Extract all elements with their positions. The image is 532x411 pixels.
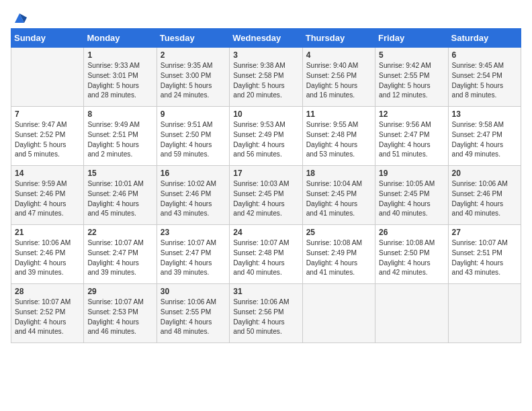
day-number: 18 xyxy=(306,169,371,178)
week-row-5: 28Sunrise: 10:07 AMSunset: 2:52 PMDaylig… xyxy=(11,284,521,343)
calendar-cell: 15Sunrise: 10:01 AMSunset: 2:46 PMDaylig… xyxy=(84,166,157,225)
day-info: Sunrise: 9:42 AMSunset: 2:55 PMDaylight:… xyxy=(379,61,444,101)
calendar-cell: 4Sunrise: 9:40 AMSunset: 2:56 PMDaylight… xyxy=(302,48,375,107)
calendar-cell: 5Sunrise: 9:42 AMSunset: 2:55 PMDaylight… xyxy=(375,48,448,107)
day-number: 3 xyxy=(233,50,298,60)
day-info: Sunrise: 9:55 AMSunset: 2:48 PMDaylight:… xyxy=(306,120,371,160)
day-info: Sunrise: 10:03 AMSunset: 2:45 PMDaylight… xyxy=(233,179,298,219)
day-info: Sunrise: 9:47 AMSunset: 2:52 PMDaylight:… xyxy=(15,120,80,160)
day-number: 6 xyxy=(452,50,517,60)
day-info: Sunrise: 9:49 AMSunset: 2:51 PMDaylight:… xyxy=(87,120,152,160)
day-info: Sunrise: 9:38 AMSunset: 2:58 PMDaylight:… xyxy=(233,61,298,101)
day-info: Sunrise: 10:02 AMSunset: 2:46 PMDaylight… xyxy=(161,179,226,219)
day-number: 10 xyxy=(233,109,298,119)
day-info: Sunrise: 10:06 AMSunset: 2:46 PMDaylight… xyxy=(15,238,80,278)
day-info: Sunrise: 10:07 AMSunset: 2:47 PMDaylight… xyxy=(87,238,152,278)
calendar-cell xyxy=(11,48,84,107)
day-info: Sunrise: 9:51 AMSunset: 2:50 PMDaylight:… xyxy=(161,120,226,160)
day-info: Sunrise: 9:33 AMSunset: 3:01 PMDaylight:… xyxy=(87,61,152,101)
calendar-cell: 13Sunrise: 9:58 AMSunset: 2:47 PMDayligh… xyxy=(448,107,521,166)
day-number: 11 xyxy=(306,109,371,119)
column-header-sunday: Sunday xyxy=(11,29,84,48)
column-header-thursday: Thursday xyxy=(302,29,375,48)
day-number: 7 xyxy=(15,109,80,119)
column-header-wednesday: Wednesday xyxy=(230,29,302,48)
calendar-cell: 23Sunrise: 10:07 AMSunset: 2:47 PMDaylig… xyxy=(157,225,229,284)
day-info: Sunrise: 10:05 AMSunset: 2:45 PMDaylight… xyxy=(379,179,444,219)
week-row-1: 1Sunrise: 9:33 AMSunset: 3:01 PMDaylight… xyxy=(11,48,521,107)
calendar-cell: 9Sunrise: 9:51 AMSunset: 2:50 PMDaylight… xyxy=(157,107,229,166)
calendar-cell: 27Sunrise: 10:07 AMSunset: 2:51 PMDaylig… xyxy=(448,225,521,284)
day-number: 28 xyxy=(15,287,80,296)
day-info: Sunrise: 10:08 AMSunset: 2:49 PMDaylight… xyxy=(306,238,371,278)
day-number: 4 xyxy=(306,50,371,60)
calendar-cell xyxy=(375,284,448,343)
calendar-cell: 11Sunrise: 9:55 AMSunset: 2:48 PMDayligh… xyxy=(302,107,375,166)
day-number: 21 xyxy=(15,228,80,237)
logo xyxy=(11,11,27,23)
calendar-cell: 7Sunrise: 9:47 AMSunset: 2:52 PMDaylight… xyxy=(11,107,84,166)
day-number: 30 xyxy=(161,287,226,296)
logo-icon xyxy=(12,11,27,26)
day-number: 8 xyxy=(87,109,152,119)
calendar-cell: 10Sunrise: 9:53 AMSunset: 2:49 PMDayligh… xyxy=(230,107,302,166)
column-header-monday: Monday xyxy=(84,29,157,48)
week-row-2: 7Sunrise: 9:47 AMSunset: 2:52 PMDaylight… xyxy=(11,107,521,166)
day-info: Sunrise: 9:35 AMSunset: 3:00 PMDaylight:… xyxy=(161,61,226,101)
day-number: 23 xyxy=(161,228,226,237)
calendar-table: SundayMondayTuesdayWednesdayThursdayFrid… xyxy=(11,28,521,343)
calendar-cell: 21Sunrise: 10:06 AMSunset: 2:46 PMDaylig… xyxy=(11,225,84,284)
week-row-3: 14Sunrise: 9:59 AMSunset: 2:46 PMDayligh… xyxy=(11,166,521,225)
week-row-4: 21Sunrise: 10:06 AMSunset: 2:46 PMDaylig… xyxy=(11,225,521,284)
calendar-cell xyxy=(302,284,375,343)
calendar-cell: 20Sunrise: 10:06 AMSunset: 2:46 PMDaylig… xyxy=(448,166,521,225)
calendar-cell: 29Sunrise: 10:07 AMSunset: 2:53 PMDaylig… xyxy=(84,284,157,343)
day-number: 17 xyxy=(233,169,298,178)
day-info: Sunrise: 9:40 AMSunset: 2:56 PMDaylight:… xyxy=(306,61,371,101)
column-header-tuesday: Tuesday xyxy=(157,29,229,48)
calendar-cell: 17Sunrise: 10:03 AMSunset: 2:45 PMDaylig… xyxy=(230,166,302,225)
day-number: 16 xyxy=(161,169,226,178)
day-number: 5 xyxy=(379,50,444,60)
day-number: 14 xyxy=(15,169,80,178)
column-header-saturday: Saturday xyxy=(448,29,521,48)
day-number: 22 xyxy=(87,228,152,237)
day-info: Sunrise: 10:07 AMSunset: 2:48 PMDaylight… xyxy=(233,238,298,278)
day-number: 24 xyxy=(233,228,298,237)
day-number: 29 xyxy=(87,287,152,296)
day-number: 12 xyxy=(379,109,444,119)
day-number: 13 xyxy=(452,109,517,119)
column-header-friday: Friday xyxy=(375,29,448,48)
day-info: Sunrise: 9:53 AMSunset: 2:49 PMDaylight:… xyxy=(233,120,298,160)
calendar-cell: 30Sunrise: 10:06 AMSunset: 2:55 PMDaylig… xyxy=(157,284,229,343)
calendar-header-row: SundayMondayTuesdayWednesdayThursdayFrid… xyxy=(11,29,521,48)
calendar-cell: 22Sunrise: 10:07 AMSunset: 2:47 PMDaylig… xyxy=(84,225,157,284)
day-info: Sunrise: 10:01 AMSunset: 2:46 PMDaylight… xyxy=(87,179,152,219)
day-number: 2 xyxy=(161,50,226,60)
calendar-cell: 25Sunrise: 10:08 AMSunset: 2:49 PMDaylig… xyxy=(302,225,375,284)
calendar-cell: 2Sunrise: 9:35 AMSunset: 3:00 PMDaylight… xyxy=(157,48,229,107)
day-info: Sunrise: 10:07 AMSunset: 2:47 PMDaylight… xyxy=(161,238,226,278)
day-number: 26 xyxy=(379,228,444,237)
calendar-cell: 3Sunrise: 9:38 AMSunset: 2:58 PMDaylight… xyxy=(230,48,302,107)
day-info: Sunrise: 9:56 AMSunset: 2:47 PMDaylight:… xyxy=(379,120,444,160)
day-number: 1 xyxy=(87,50,152,60)
calendar-cell: 24Sunrise: 10:07 AMSunset: 2:48 PMDaylig… xyxy=(230,225,302,284)
calendar-cell: 8Sunrise: 9:49 AMSunset: 2:51 PMDaylight… xyxy=(84,107,157,166)
day-info: Sunrise: 10:06 AMSunset: 2:46 PMDaylight… xyxy=(452,179,517,219)
calendar-cell: 1Sunrise: 9:33 AMSunset: 3:01 PMDaylight… xyxy=(84,48,157,107)
day-info: Sunrise: 9:58 AMSunset: 2:47 PMDaylight:… xyxy=(452,120,517,160)
calendar-cell xyxy=(448,284,521,343)
day-number: 20 xyxy=(452,169,517,178)
day-info: Sunrise: 10:04 AMSunset: 2:45 PMDaylight… xyxy=(306,179,371,219)
day-info: Sunrise: 10:06 AMSunset: 2:56 PMDaylight… xyxy=(233,298,298,337)
calendar-cell: 12Sunrise: 9:56 AMSunset: 2:47 PMDayligh… xyxy=(375,107,448,166)
calendar-cell: 6Sunrise: 9:45 AMSunset: 2:54 PMDaylight… xyxy=(448,48,521,107)
calendar-cell: 26Sunrise: 10:08 AMSunset: 2:50 PMDaylig… xyxy=(375,225,448,284)
day-info: Sunrise: 10:07 AMSunset: 2:53 PMDaylight… xyxy=(87,298,152,337)
day-number: 9 xyxy=(161,109,226,119)
day-info: Sunrise: 10:07 AMSunset: 2:51 PMDaylight… xyxy=(452,238,517,278)
calendar-cell: 18Sunrise: 10:04 AMSunset: 2:45 PMDaylig… xyxy=(302,166,375,225)
day-number: 25 xyxy=(306,228,371,237)
day-info: Sunrise: 9:45 AMSunset: 2:54 PMDaylight:… xyxy=(452,61,517,101)
